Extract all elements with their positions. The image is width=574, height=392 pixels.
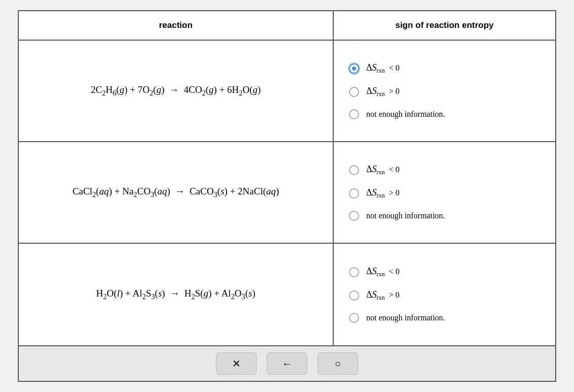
close-button[interactable]: ✕	[216, 352, 257, 375]
option-item[interactable]: ΔSrxn > 0	[349, 86, 540, 98]
header-reaction: reaction	[19, 11, 334, 40]
option-label: ΔSrxn > 0	[366, 187, 400, 200]
reaction-cell-1: 2C2H6(g) + 7O2(g) → 4CO2(g) + 6H2O(g)	[19, 41, 334, 141]
radio-r1o1[interactable]	[349, 63, 359, 74]
radio-r2o3[interactable]	[349, 211, 359, 221]
table-row: 2C2H6(g) + 7O2(g) → 4CO2(g) + 6H2O(g) ΔS…	[19, 41, 555, 142]
reaction-cell-3: H2O(l) + Al2S3(s) → H2S(g) + Al2O3(s)	[19, 244, 334, 345]
reaction-formula-2: CaCl2(aq) + Na2CO3(aq) → CaCO3(s) + 2NaC…	[73, 186, 279, 199]
forward-button[interactable]: ○	[317, 352, 358, 375]
option-item[interactable]: ΔSrxn < 0	[349, 62, 540, 75]
radio-r1o3[interactable]	[349, 109, 359, 119]
option-label: not enough information.	[366, 211, 445, 220]
reaction-formula-1: 2C2H6(g) + 7O2(g) → 4CO2(g) + 6H2O(g)	[91, 84, 261, 97]
option-label: ΔSrxn < 0	[366, 62, 400, 75]
option-label: not enough information.	[366, 313, 445, 322]
option-item[interactable]: not enough information.	[349, 211, 540, 221]
reaction-formula-3: H2O(l) + Al2S3(s) → H2S(g) + Al2O3(s)	[96, 288, 255, 301]
option-item[interactable]: not enough information.	[349, 313, 540, 323]
radio-r3o3[interactable]	[349, 313, 359, 323]
table-row: H2O(l) + Al2S3(s) → H2S(g) + Al2O3(s) ΔS…	[19, 244, 555, 345]
radio-r3o1[interactable]	[349, 267, 359, 277]
option-label: ΔSrxn < 0	[366, 164, 400, 176]
table-row: CaCl2(aq) + Na2CO3(aq) → CaCO3(s) + 2NaC…	[19, 142, 555, 244]
option-item[interactable]: ΔSrxn < 0	[349, 164, 540, 176]
option-item[interactable]: ΔSrxn > 0	[349, 187, 540, 200]
radio-r2o2[interactable]	[349, 188, 359, 199]
option-item[interactable]: not enough information.	[349, 109, 540, 119]
option-label: ΔSrxn < 0	[366, 266, 400, 278]
option-item[interactable]: ΔSrxn < 0	[349, 266, 540, 278]
bottom-nav-bar: ✕ ← ○	[18, 346, 556, 382]
table-header: reaction sign of reaction entropy	[19, 11, 555, 41]
option-label: ΔSrxn > 0	[366, 289, 400, 302]
option-item[interactable]: ΔSrxn > 0	[349, 289, 540, 302]
radio-r1o2[interactable]	[349, 87, 359, 97]
option-label: ΔSrxn > 0	[366, 86, 400, 98]
options-cell-2: ΔSrxn < 0 ΔSrxn > 0 not enough informati…	[334, 142, 555, 243]
options-cell-1: ΔSrxn < 0 ΔSrxn > 0 not enough informati…	[334, 41, 555, 141]
radio-r2o1[interactable]	[349, 165, 359, 175]
back-button[interactable]: ←	[267, 352, 307, 375]
reaction-cell-2: CaCl2(aq) + Na2CO3(aq) → CaCO3(s) + 2NaC…	[19, 142, 334, 243]
radio-r3o2[interactable]	[349, 290, 359, 301]
option-label: not enough information.	[366, 110, 445, 119]
header-entropy: sign of reaction entropy	[334, 11, 555, 40]
options-cell-3: ΔSrxn < 0 ΔSrxn > 0 not enough informati…	[334, 244, 555, 345]
